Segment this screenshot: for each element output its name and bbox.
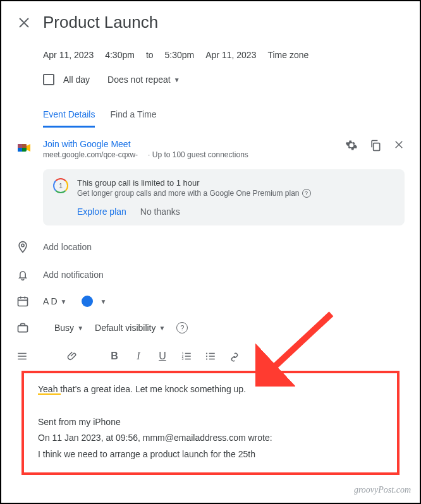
start-date[interactable]: Apr 11, 2023 [43,50,94,60]
chevron-down-icon: ▼ [77,325,83,332]
event-title[interactable]: Product Launch [43,13,158,32]
menu-icon[interactable] [16,351,28,362]
chevron-down-icon: ▼ [159,325,166,332]
svg-point-12 [206,358,207,359]
chevron-down-icon: ▼ [61,298,67,305]
help-icon[interactable]: ? [302,189,311,198]
end-time[interactable]: 5:30pm [165,50,195,60]
gear-icon[interactable] [345,139,358,152]
calendar-dropdown[interactable]: A D ▼ [43,296,66,306]
google-meet-icon [16,140,32,155]
google-one-icon: 1 [53,178,68,193]
svg-point-10 [206,352,207,354]
close-icon[interactable] [16,15,32,30]
remove-meet-icon[interactable] [393,139,405,150]
svg-point-11 [206,356,207,357]
link-icon[interactable] [229,351,240,362]
description-textarea[interactable]: Yeah that's a great idea. Let me knock s… [21,371,400,475]
svg-rect-6 [18,326,28,332]
color-dot [82,296,93,307]
meet-limit: · Up to 100 guest connections [148,150,248,159]
svg-rect-5 [18,297,28,306]
repeat-dropdown[interactable]: Does not repeat ▼ [107,75,180,85]
allday-checkbox[interactable] [43,74,54,85]
bell-icon [16,268,29,281]
copy-icon[interactable] [369,139,382,152]
to-label: to [146,50,154,60]
color-dropdown[interactable]: ▼ [66,296,106,307]
tab-event-details[interactable]: Event Details [43,109,95,128]
chevron-down-icon: ▼ [100,298,106,305]
visibility-dropdown[interactable]: Default visibility ▼ [95,323,165,333]
clear-format-icon[interactable] [253,351,264,362]
group-call-title: This group call is limited to 1 hour [77,178,394,188]
briefcase-icon [16,321,29,334]
tab-find-a-time[interactable]: Find a Time [110,109,156,128]
no-thanks-button[interactable]: No thanks [140,207,180,217]
svg-text:3: 3 [182,357,184,361]
bold-icon[interactable]: B [109,351,120,362]
watermark: groovyPost.com [354,485,411,495]
italic-icon[interactable]: I [133,351,144,362]
explore-plan-button[interactable]: Explore plan [77,207,126,217]
notification-button[interactable]: Add notification [43,270,104,280]
group-call-sub: Get longer group calls and more with a G… [77,189,300,198]
location-input[interactable]: Add location [43,242,92,252]
chevron-down-icon: ▼ [174,76,180,83]
svg-rect-3 [374,143,380,151]
timezone-button[interactable]: Time zone [267,50,308,60]
help-icon[interactable]: ? [176,322,188,333]
attachment-icon[interactable] [67,351,78,362]
calendar-icon [16,295,29,308]
numbered-list-icon[interactable]: 123 [181,351,192,362]
location-icon [16,241,29,253]
end-date[interactable]: Apr 11, 2023 [205,50,256,60]
meet-url: meet.google.com/qce-cqxw- [43,150,138,159]
bullet-list-icon[interactable] [205,351,216,362]
allday-label: All day [63,75,90,85]
svg-point-4 [21,244,24,246]
underline-icon[interactable]: U [157,351,168,362]
busy-dropdown[interactable]: Busy ▼ [54,323,83,333]
start-time[interactable]: 4:30pm [105,50,135,60]
svg-rect-2 [18,144,27,148]
